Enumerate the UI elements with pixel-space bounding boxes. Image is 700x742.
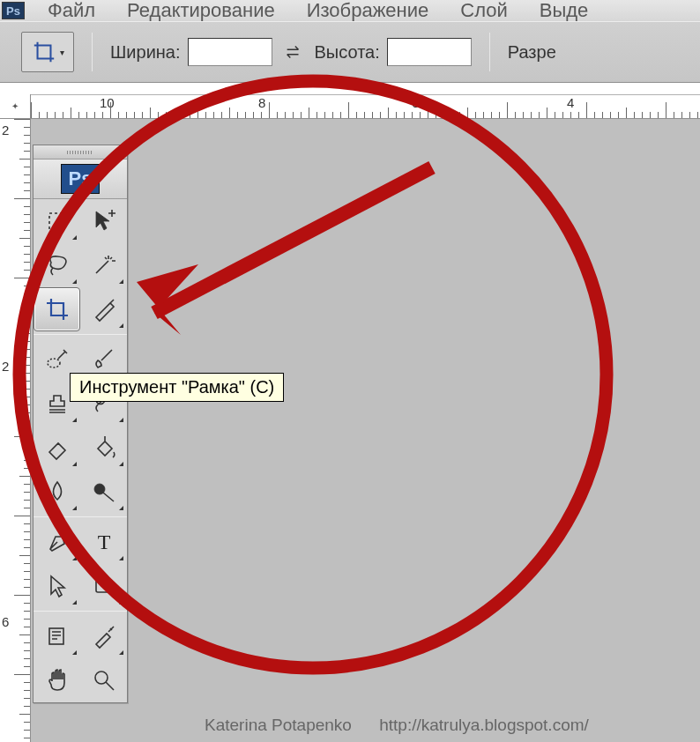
magic-wand-tool[interactable] bbox=[80, 243, 127, 287]
crop-icon bbox=[32, 40, 56, 64]
heal-icon bbox=[44, 346, 71, 373]
menu-edit[interactable]: Редактирование bbox=[111, 0, 291, 21]
swap-dimensions-button[interactable] bbox=[281, 40, 306, 64]
menu-select[interactable]: Выде bbox=[524, 0, 605, 21]
chevron-down-icon: ▾ bbox=[60, 48, 64, 57]
crop-icon bbox=[44, 296, 71, 323]
hand-icon bbox=[44, 667, 71, 694]
hand-tool[interactable] bbox=[34, 658, 80, 702]
svg-text:T: T bbox=[97, 531, 110, 553]
paint-bucket-tool[interactable] bbox=[80, 426, 127, 470]
ruler-number: 6 bbox=[412, 95, 419, 110]
pen-tool[interactable] bbox=[34, 520, 80, 564]
eraser-icon bbox=[44, 434, 71, 461]
app-badge: Ps bbox=[2, 2, 25, 19]
notes-tool[interactable] bbox=[34, 614, 80, 658]
type-tool[interactable]: T bbox=[80, 520, 127, 564]
svg-point-1 bbox=[48, 359, 60, 367]
drop-icon bbox=[44, 479, 71, 505]
svg-point-6 bbox=[95, 672, 108, 684]
eyedropper-icon bbox=[91, 623, 117, 649]
width-label: Ширина: bbox=[110, 42, 181, 63]
width-input[interactable] bbox=[188, 38, 272, 66]
crop-tool[interactable] bbox=[34, 287, 80, 331]
wand-icon bbox=[91, 252, 117, 278]
ruler-horizontal[interactable]: 10 8 6 4 bbox=[31, 94, 700, 119]
shape-icon bbox=[91, 573, 117, 599]
eyedropper-tool[interactable] bbox=[80, 614, 127, 658]
move-icon bbox=[91, 208, 117, 234]
svg-rect-4 bbox=[96, 580, 112, 592]
height-label: Высота: bbox=[315, 42, 380, 63]
options-bar: ▾ Ширина: Высота: Разре bbox=[0, 21, 700, 83]
panel-logo: Ps bbox=[34, 160, 127, 199]
brush-icon bbox=[91, 346, 117, 373]
dodge-icon bbox=[91, 479, 117, 505]
marquee-tool[interactable] bbox=[34, 199, 80, 243]
svg-rect-0 bbox=[49, 213, 65, 229]
panel-grip[interactable] bbox=[34, 145, 127, 160]
document-canvas[interactable] bbox=[31, 119, 700, 742]
tooltip: Инструмент "Рамка" (C) bbox=[70, 373, 284, 402]
marquee-icon bbox=[44, 208, 71, 234]
zoom-tool[interactable] bbox=[80, 658, 127, 702]
menu-bar: Ps Файл Редактирование Изображение Слой … bbox=[0, 0, 700, 21]
author-url[interactable]: http://katrulya.blogspot.com/ bbox=[379, 716, 589, 734]
ruler-number: 8 bbox=[258, 95, 265, 110]
tools-panel: Ps bbox=[33, 145, 128, 703]
resolution-label: Разре bbox=[508, 42, 556, 63]
ruler-number: 2 bbox=[2, 359, 9, 374]
type-icon: T bbox=[91, 529, 117, 555]
ruler-vertical[interactable]: 2 2 6 bbox=[0, 119, 31, 742]
notes-icon bbox=[44, 623, 71, 649]
zoom-icon bbox=[91, 667, 117, 694]
slice-tool[interactable] bbox=[80, 287, 127, 331]
divider bbox=[92, 33, 93, 71]
lasso-icon bbox=[44, 252, 71, 278]
ruler-number: 6 bbox=[2, 614, 9, 629]
ps-logo: Ps bbox=[61, 164, 100, 194]
stamp-icon bbox=[44, 390, 71, 417]
path-selection-tool[interactable] bbox=[34, 564, 80, 608]
author-name: Katerina Potapenko bbox=[205, 716, 352, 734]
ruler-number: 4 bbox=[567, 95, 574, 110]
move-tool[interactable] bbox=[80, 199, 127, 243]
svg-rect-5 bbox=[49, 628, 63, 644]
height-input[interactable] bbox=[387, 38, 472, 66]
bucket-icon bbox=[91, 434, 117, 461]
lasso-tool[interactable] bbox=[34, 243, 80, 287]
path-sel-icon bbox=[44, 573, 71, 599]
swap-icon bbox=[284, 42, 303, 62]
menu-image[interactable]: Изображение bbox=[291, 0, 445, 21]
menu-file[interactable]: Файл bbox=[32, 0, 111, 21]
eraser-tool[interactable] bbox=[34, 426, 80, 470]
divider bbox=[489, 33, 490, 71]
dodge-tool[interactable] bbox=[80, 470, 127, 514]
ruler-number: 10 bbox=[100, 95, 115, 110]
credit-line: Katerina Potapenko http://katrulya.blogs… bbox=[205, 716, 589, 735]
tool-preset-picker[interactable]: ▾ bbox=[21, 32, 74, 72]
pen-icon bbox=[44, 529, 71, 555]
slice-icon bbox=[91, 296, 117, 323]
menu-layer[interactable]: Слой bbox=[444, 0, 524, 21]
ruler-number: 2 bbox=[2, 122, 9, 137]
blur-tool[interactable] bbox=[34, 470, 80, 514]
ruler-origin[interactable]: ✦ bbox=[0, 94, 31, 119]
shape-tool[interactable] bbox=[80, 564, 127, 608]
